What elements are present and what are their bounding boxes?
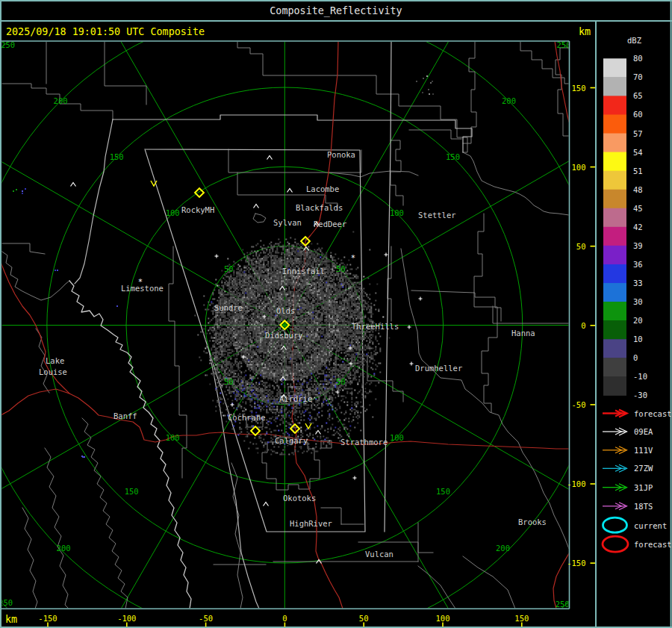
echo-pixel [300,343,302,345]
echo-pixel [312,348,314,349]
echo-pixel [372,358,373,360]
echo-pixel [278,366,279,367]
echo-pixel [224,366,225,367]
echo-pixel [212,327,214,329]
echo-pixel [242,379,243,381]
echo-pixel [255,254,257,255]
echo-pixel [294,300,296,302]
echo-pixel [221,281,223,282]
echo-pixel [296,420,297,421]
echo-pixel [321,352,323,354]
echo-pixel [240,287,242,288]
echo-pixel [315,299,317,300]
echo-pixel [290,257,291,258]
echo-pixel [290,293,291,294]
echo-pixel [276,317,278,318]
echo-pixel [373,351,375,352]
echo-pixel [315,309,317,311]
echo-pixel [263,267,264,269]
echo-pixel [255,317,257,318]
echo-pixel [278,279,279,281]
echo-pixel [355,376,357,378]
echo-pixel [273,245,275,246]
echo-pixel [330,382,332,384]
echo-pixel [270,303,272,305]
echo-pixel [318,360,320,361]
echo-pixel [251,400,252,402]
echo-pixel [296,306,297,308]
echo-pixel [230,357,231,358]
echo-pixel [287,346,288,348]
echo-pixel [372,355,373,357]
echo-pixel [218,385,220,387]
echo-pixel [318,282,320,284]
echo-pixel [239,433,240,435]
echo-pixel [258,290,260,291]
echo-pixel [303,366,305,367]
echo-pixel [269,352,270,354]
echo-pixel [220,376,221,378]
echo-pixel [236,314,237,315]
echo-pixel [361,299,363,300]
echo-pixel [258,279,260,281]
echo-pixel [358,299,360,300]
echo-pixel [314,300,315,302]
echo-pixel [306,290,308,291]
echo-pixel [311,260,312,261]
echo-pixel [240,339,242,341]
echo-pixel [290,303,291,305]
echo-pixel [272,251,273,252]
echo-pixel [281,373,282,375]
echo-pixel [248,364,249,366]
echo-pixel [239,288,240,290]
echo-pixel [255,338,257,339]
echo-pixel [242,336,243,338]
echo-pixel [217,332,218,333]
echo-pixel [314,321,315,323]
echo-pixel [357,348,358,349]
echo-pixel [231,351,233,352]
echo-pixel [254,270,255,272]
echo-pixel [329,351,330,352]
echo-pixel [326,309,327,311]
echo-pixel [285,355,287,357]
echo-pixel [272,399,273,400]
echo-pixel [337,330,339,332]
echo-pixel [332,367,333,369]
echo-pixel [329,442,330,444]
echo-pixel [346,339,348,341]
echo-pixel [263,282,264,284]
echo-pixel [242,284,243,285]
echo-pixel [246,342,248,343]
echo-pixel [240,432,242,433]
echo-pixel [272,263,273,264]
echo-pixel [314,288,315,290]
echo-pixel [258,348,260,349]
echo-pixel [296,303,297,305]
echo-pixel [337,341,339,342]
echo-pixel [279,279,281,281]
echo-pixel [297,254,299,255]
echo-pixel [308,367,309,369]
echo-pixel [343,321,345,323]
echo-pixel [302,354,303,355]
echo-pixel [291,252,293,254]
echo-pixel [349,338,351,339]
echo-pixel [340,305,342,306]
echo-pixel [309,381,311,382]
echo-pixel [245,305,246,306]
echo-pixel [288,345,290,346]
echo-pixel [339,321,340,323]
echo-pixel [276,252,278,254]
echo-pixel [352,332,354,333]
echo-pixel [239,300,240,302]
echo-pixel [352,284,354,285]
echo-pixel [276,417,278,418]
echo-pixel [360,315,361,317]
echo-pixel [318,366,320,367]
echo-pixel [330,354,332,355]
echo-pixel [317,441,318,442]
echo-pixel [249,338,251,339]
echo-pixel [312,438,314,439]
echo-pixel [224,369,225,370]
